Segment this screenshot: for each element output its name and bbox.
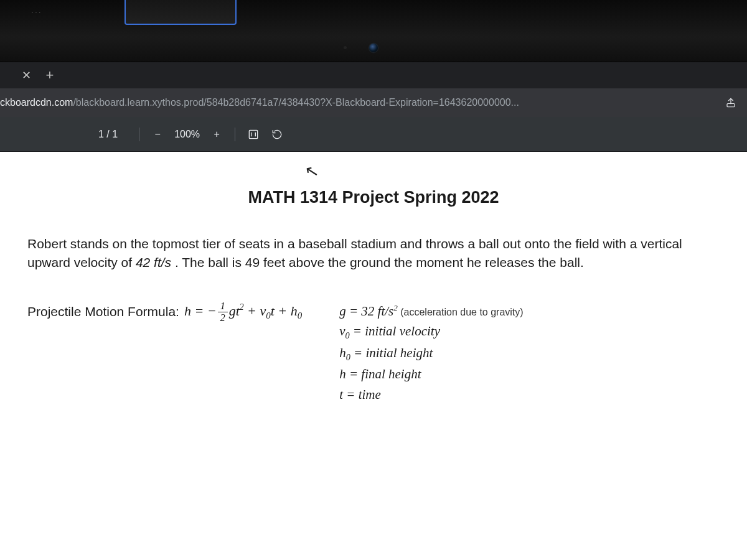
def-h: h = final height (339, 364, 524, 385)
fit-page-icon[interactable] (243, 124, 264, 145)
svg-rect-0 (727, 104, 735, 107)
tab-strip: ✕ + (0, 62, 747, 88)
zoom-level: 100% (171, 129, 204, 140)
def-g-note: (acceleration due to gravity) (398, 307, 524, 317)
projectile-formula: Projectile Motion Formula: h = −12gt2 + … (27, 301, 302, 323)
svg-rect-1 (249, 130, 257, 138)
variable-definitions: g = 32 ft/s2 (acceleration due to gravit… (339, 301, 524, 404)
close-tab-button[interactable]: ✕ (17, 68, 35, 82)
fraction-numerator: 1 (218, 301, 228, 312)
formula-expression: h = −12gt2 + v0t + h0 (184, 301, 302, 323)
pdf-page: ↖ MATH 1314 Project Spring 2022 Robert s… (0, 152, 747, 560)
def-v0-text: = initial velocity (350, 324, 440, 338)
laptop-bezel: ... (0, 0, 747, 62)
formula-sub0: 0 (266, 310, 270, 320)
zoom-in-button[interactable]: + (206, 124, 227, 145)
formula-label: Projectile Motion Formula: (27, 304, 179, 319)
pdf-toolbar: 1 / 1 − 100% + (0, 117, 747, 152)
document-title: MATH 1314 Project Spring 2022 (27, 188, 720, 207)
page-indicator: 1 / 1 (93, 126, 123, 142)
background-tab-outline (125, 0, 237, 25)
toolbar-divider (139, 128, 139, 141)
def-g: g = 32 ft/s2 (acceleration due to gravit… (339, 301, 524, 322)
problem-statement: Robert stands on the topmost tier of sea… (27, 235, 720, 273)
def-h0-text: = initial height (350, 345, 433, 360)
url-domain: ckboardcdn.com (0, 97, 73, 108)
def-v0: v0 = initial velocity (339, 321, 524, 342)
formula-g: g (229, 302, 236, 318)
def-h0: h0 = initial height (339, 343, 524, 364)
initial-velocity-value: 42 ft/s (136, 255, 171, 269)
def-h0-var: h (339, 345, 346, 360)
new-tab-button[interactable]: + (41, 67, 59, 83)
formula-plus-v: + v (244, 302, 266, 318)
address-bar[interactable]: ckboardcdn.com /blackboard.learn.xythos.… (0, 88, 747, 117)
sensor-dot (344, 46, 347, 49)
pdf-viewer[interactable]: ↖ MATH 1314 Project Spring 2022 Robert s… (0, 152, 747, 560)
cursor-icon: ↖ (303, 161, 321, 182)
browser-chrome: ✕ + ckboardcdn.com /blackboard.learn.xyt… (0, 62, 747, 117)
def-h0-sub: 0 (346, 352, 350, 362)
url-path: /blackboard.learn.xythos.prod/584b28d674… (73, 97, 519, 108)
webcam (369, 44, 378, 52)
fraction-denominator: 2 (220, 312, 225, 323)
rotate-icon[interactable] (266, 124, 288, 145)
def-t: t = time (339, 385, 524, 405)
formula-row: Projectile Motion Formula: h = −12gt2 + … (27, 301, 720, 404)
formula-t-plus-h: t + h (271, 302, 298, 318)
problem-text: . The ball is 49 feet above the ground t… (175, 255, 584, 269)
zoom-out-button[interactable]: − (147, 124, 168, 145)
bezel-dots: ... (31, 5, 42, 15)
one-half-fraction: 12 (218, 301, 228, 323)
toolbar-divider (235, 128, 235, 141)
formula-squared: 2 (240, 302, 244, 312)
share-icon[interactable] (722, 94, 740, 111)
def-v0-sub: 0 (345, 331, 349, 341)
def-g-text: g = 32 ft/s (339, 304, 393, 319)
formula-sub0: 0 (298, 310, 302, 320)
formula-lhs: h = − (184, 302, 217, 318)
